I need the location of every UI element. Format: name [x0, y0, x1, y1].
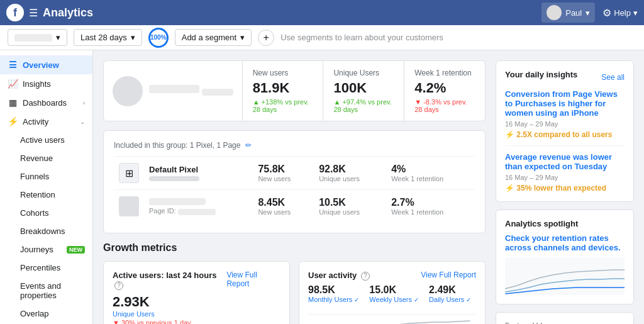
arrow-up-icon	[333, 98, 342, 106]
date-range-dropdown[interactable]: Last 28 days ▾	[74, 29, 142, 46]
view-full-report-link[interactable]: View Full Report	[421, 271, 476, 279]
info-icon[interactable]: ?	[361, 272, 370, 281]
sidebar-item-overlap[interactable]: Overlap	[0, 304, 92, 323]
sidebar-item-overview[interactable]: ☰ Overview	[0, 55, 92, 74]
chevron-down-icon: ▾	[56, 33, 60, 42]
sidebar-label: Funnels	[20, 172, 49, 181]
analytics-spotlight-card: Analytics spotlight Check your retention…	[496, 209, 634, 304]
app-title: Analytics	[43, 6, 93, 20]
avatar	[547, 5, 562, 20]
add-button[interactable]: +	[258, 30, 274, 46]
gear-icon: ⚙	[602, 7, 611, 19]
stat-value: 100K	[333, 80, 394, 96]
nav-left: f ☰ Analytics	[6, 4, 93, 21]
monthly-users-metric: 98.5K Monthly Users ✓	[308, 284, 359, 303]
help-button[interactable]: ⚙ Help ▾	[602, 7, 638, 19]
metric-unique-users: 92.8K Unique users	[314, 157, 386, 190]
sidebar-item-dashboards[interactable]: ▦ Dashboards ›	[0, 93, 92, 112]
stat-value: 4.2%	[414, 80, 475, 96]
chevron-down-icon: ▾	[586, 8, 590, 18]
sidebar-item-events[interactable]: Events and properties	[0, 277, 92, 304]
stat-retention: Week 1 retention 4.2% -8.3% vs prev. 28 …	[404, 60, 486, 121]
see-all-link[interactable]: See all	[601, 73, 625, 82]
chart-metrics: 98.5K Monthly Users ✓ 15.0K Weekly Users	[308, 284, 476, 303]
check-icon: ✓	[466, 296, 471, 303]
sidebar-item-funnels[interactable]: Funnels	[0, 167, 92, 186]
sidebar-item-insights[interactable]: 📈 Insights	[0, 74, 92, 93]
stat-label: Unique Users	[333, 69, 394, 77]
progress-circle: 100%	[148, 28, 169, 48]
sidebar-item-revenue[interactable]: Revenue	[0, 149, 92, 167]
sidebar-label: Overview	[23, 60, 59, 70]
page-name-blurred	[149, 85, 199, 93]
sidebar-label: Overlap	[20, 309, 49, 318]
check-icon: ✓	[414, 296, 419, 303]
stat-change: +97.4% vs prev. 28 days	[333, 98, 394, 113]
featured-label: Featured blog	[505, 321, 625, 324]
daily-insights-title: Your daily insights	[505, 70, 577, 79]
hamburger-menu[interactable]: ☰	[29, 7, 38, 19]
sidebar-item-active-users[interactable]: Active users	[0, 131, 92, 149]
section-title: Growth metrics	[103, 242, 486, 254]
sidebar-label: Percentiles	[20, 263, 60, 272]
daily-users-metric: 2.49K Daily Users ✓	[429, 284, 471, 303]
spotlight-link[interactable]: Check your retention rates across channe…	[505, 233, 625, 252]
page-selector	[14, 34, 52, 42]
chevron-down-icon: ⌄	[80, 118, 85, 125]
metric-new-users: 8.45K New users	[253, 190, 314, 223]
sidebar-label: Revenue	[20, 154, 53, 163]
chart-change: ▼ 30% vs previous 1 day	[113, 319, 280, 324]
page-thumbnail	[103, 60, 243, 121]
user-menu[interactable]: Paul ▾	[541, 3, 595, 23]
charts-row: Active users: last 24 hours ? View Full …	[103, 261, 486, 324]
sidebar-item-journeys[interactable]: Journeys NEW	[0, 240, 92, 259]
insight-title[interactable]: Conversion from Page Views to Purchases …	[505, 89, 625, 118]
add-segment-button[interactable]: Add a segment ▾	[175, 29, 252, 46]
chart-title: Active users: last 24 hours	[113, 271, 216, 280]
add-segment-label: Add a segment	[182, 33, 236, 42]
facebook-logo: f	[6, 4, 24, 21]
chart-header: User activity ? View Full Report	[308, 271, 476, 281]
source-name-cell: Default Pixel	[144, 157, 253, 190]
sidebar-item-activity[interactable]: ⚡ Activity ⌄	[0, 112, 92, 131]
chart-title-area: Active users: last 24 hours ?	[113, 271, 226, 290]
page-avatar	[113, 76, 143, 106]
data-sources-card: Included in this group: 1 Pixel, 1 Page …	[103, 130, 486, 233]
metric-retention: 4% Week 1 retention	[386, 157, 475, 190]
info-icon[interactable]: ?	[114, 281, 123, 290]
weekly-users-metric: 15.0K Weekly Users ✓	[369, 284, 419, 303]
insight-title[interactable]: Average revenue was lower than expected …	[505, 152, 625, 171]
sidebar-item-retention[interactable]: Retention	[0, 186, 92, 204]
metric-new-users: 75.8K New users	[253, 157, 314, 190]
sidebar-item-breakdowns[interactable]: Breakdowns	[0, 222, 92, 240]
metric-unique-users: 10.5K Unique users	[314, 190, 386, 223]
edit-icon[interactable]: ✏	[245, 141, 252, 150]
sidebar-label: Events and properties	[20, 281, 85, 300]
insights-icon: 📈	[8, 79, 18, 89]
view-full-report-link[interactable]: View Full Report	[226, 271, 280, 288]
divider	[505, 145, 625, 146]
sidebar: ☰ Overview 📈 Insights ▦ Dashboards › ⚡ A…	[0, 50, 93, 324]
sidebar-item-cohorts[interactable]: Cohorts	[0, 204, 92, 222]
date-picker[interactable]: ▾	[8, 29, 67, 46]
sidebar-item-percentiles[interactable]: Percentiles	[0, 259, 92, 277]
source-name-cell: Page ID:	[144, 190, 253, 223]
chart-summary: 2.93K Unique Users ▼ 30% vs previous 1 d…	[113, 294, 280, 324]
table-row: ⊞ Default Pixel 75.8K New users	[114, 157, 475, 190]
chart-header: Active users: last 24 hours ? View Full …	[113, 271, 280, 290]
daily-insights-card: Your daily insights See all Conversion f…	[496, 60, 634, 202]
sidebar-label: Cohorts	[20, 208, 49, 218]
date-range-label: Last 28 days	[80, 33, 127, 42]
chart-title: User activity	[308, 271, 357, 280]
arrow-down-icon	[414, 98, 423, 106]
new-badge: NEW	[67, 246, 85, 254]
insight-highlight: ⚡ 2.5X compared to all users	[505, 130, 625, 139]
user-activity-chart-card: User activity ? View Full Report 98.5K M…	[299, 261, 486, 324]
featured-blog-card: Featured blog Five metrics that will hel…	[496, 312, 634, 324]
chart-sublabel: Unique Users	[113, 310, 280, 318]
stat-change: -8.3% vs prev. 28 days	[414, 98, 475, 113]
content-area: New users 81.9K +138% vs prev. 28 days U…	[93, 50, 644, 324]
spotlight-chart	[505, 257, 625, 295]
chart-title-area: User activity ?	[308, 271, 370, 281]
sidebar-label: Dashboards	[23, 98, 67, 108]
